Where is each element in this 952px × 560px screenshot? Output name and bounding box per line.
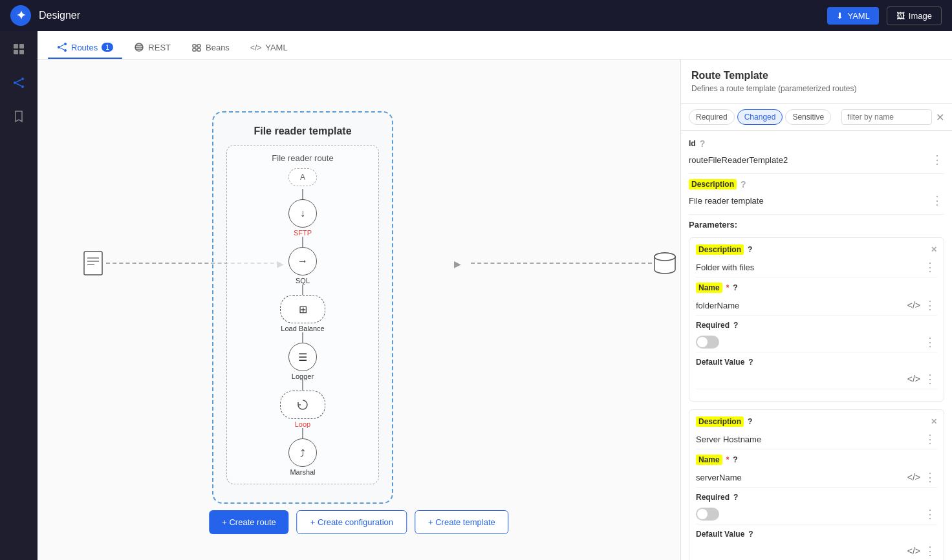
- logger-circle[interactable]: ☰: [288, 343, 317, 371]
- param1-default-code[interactable]: </>: [907, 374, 920, 384]
- filter-tab-required[interactable]: Required: [689, 109, 735, 125]
- tab-rest[interactable]: REST: [125, 37, 180, 59]
- param1-required-toggle[interactable]: [696, 336, 719, 349]
- param2-close-icon[interactable]: ✕: [931, 417, 937, 426]
- logger-node[interactable]: ☰ Logger: [235, 343, 371, 380]
- sftp-circle[interactable]: ↓: [288, 199, 317, 228]
- image-button[interactable]: 🖼 Image: [887, 6, 942, 25]
- source-doc-node[interactable]: [83, 250, 106, 278]
- param2-default-value: </> ⋮: [696, 541, 937, 560]
- loop-node[interactable]: Loop: [235, 391, 371, 428]
- param2-name-value: serverName </> ⋮: [696, 468, 937, 488]
- abstract-node[interactable]: A: [288, 168, 317, 186]
- param1-name-help[interactable]: ?: [733, 283, 737, 292]
- params-title: Parameters:: [689, 220, 944, 230]
- filter-clear-button[interactable]: ✕: [936, 111, 944, 124]
- connector-6: [302, 428, 303, 438]
- param2-required-menu[interactable]: ⋮: [923, 506, 937, 522]
- param1-code-icon[interactable]: </>: [907, 300, 920, 310]
- tab-beans[interactable]: Beans: [182, 37, 239, 59]
- top-bar: ✦ Designer ⬇ YAML 🖼 Image: [0, 0, 952, 31]
- left-sidebar: [0, 31, 38, 560]
- param2-desc-value: Server Hostname ⋮: [696, 429, 937, 449]
- svg-point-4: [14, 81, 16, 84]
- svg-point-9: [58, 46, 60, 48]
- param2-default-code[interactable]: </>: [907, 546, 920, 556]
- description-field-row: File reader template ⋮: [689, 192, 944, 215]
- param1-default-help[interactable]: ?: [748, 358, 753, 367]
- param2-desc-help[interactable]: ?: [748, 417, 752, 426]
- route-group: File reader route A ↓ SF: [226, 145, 379, 484]
- param1-desc-value: Folder with files ⋮: [696, 257, 937, 277]
- sftp-node[interactable]: ↓ SFTP: [235, 199, 371, 237]
- param2-required-toggle[interactable]: [696, 508, 719, 521]
- svg-point-11: [64, 49, 67, 52]
- param2-required-help[interactable]: ?: [733, 493, 738, 502]
- panel-title: Route Template: [691, 70, 942, 81]
- description-value: File reader template: [689, 195, 927, 207]
- tab-yaml[interactable]: </> YAML: [241, 38, 297, 59]
- sidebar-icon-routes[interactable]: [8, 72, 29, 93]
- create-configuration-button[interactable]: + Create configuration: [297, 510, 407, 534]
- param1-desc-menu[interactable]: ⋮: [923, 259, 937, 275]
- param1-required-menu[interactable]: ⋮: [923, 334, 937, 350]
- yaml-button[interactable]: ⬇ YAML: [827, 7, 878, 25]
- sidebar-icon-grid[interactable]: [8, 39, 29, 59]
- param1-name-menu[interactable]: ⋮: [923, 297, 937, 314]
- param2-desc-menu[interactable]: ⋮: [923, 431, 937, 447]
- tab-bar: Routes 1 REST Beans </> YAML: [38, 31, 952, 59]
- param1-default-menu[interactable]: ⋮: [923, 371, 937, 387]
- loop-circle[interactable]: [280, 391, 325, 419]
- description-menu-icon[interactable]: ⋮: [930, 192, 944, 209]
- svg-rect-16: [197, 45, 200, 47]
- svg-point-5: [21, 78, 24, 80]
- param2-name-highlight: Name: [696, 455, 722, 465]
- param2-required-value: ⋮: [696, 504, 937, 524]
- filter-tab-sensitive[interactable]: Sensitive: [785, 109, 831, 125]
- canvas-panel-split: ▶ ▶ File reader template: [38, 59, 952, 560]
- template-title: File reader template: [226, 125, 379, 137]
- param2-required-text: Required: [696, 493, 730, 502]
- param1-required-star: *: [726, 283, 730, 292]
- dashed-line-right: [471, 263, 652, 264]
- param2-required-label: Required ?: [696, 493, 937, 502]
- description-help-icon[interactable]: ?: [741, 179, 746, 189]
- id-menu-icon[interactable]: ⋮: [930, 151, 944, 168]
- canvas-area[interactable]: ▶ ▶ File reader template: [38, 59, 680, 560]
- id-value: routeFileReaderTemplate2: [689, 154, 927, 166]
- param2-default-menu[interactable]: ⋮: [923, 543, 937, 559]
- marshal-node[interactable]: ⤴ Marshal: [235, 438, 371, 476]
- param1-required-help[interactable]: ?: [733, 321, 738, 330]
- marshal-circle[interactable]: ⤴: [288, 438, 317, 467]
- svg-rect-14: [193, 45, 196, 47]
- filter-tab-changed[interactable]: Changed: [737, 109, 783, 125]
- tab-routes[interactable]: Routes 1: [48, 37, 122, 59]
- create-route-button[interactable]: + Create route: [209, 510, 288, 534]
- param1-close-icon[interactable]: ✕: [931, 245, 937, 254]
- svg-rect-2: [14, 50, 18, 54]
- create-template-button[interactable]: + Create template: [415, 510, 509, 534]
- param-card-2: Description ? ✕ Server Hostname ⋮: [689, 409, 944, 560]
- loadbalance-node[interactable]: ⊞ Load Balance: [235, 295, 371, 332]
- sidebar-icon-bookmark[interactable]: [8, 106, 29, 127]
- rest-icon: [134, 42, 144, 52]
- loadbalance-circle[interactable]: ⊞: [280, 295, 325, 323]
- param2-name-help[interactable]: ?: [733, 455, 737, 464]
- param1-name-label: Name * ?: [696, 283, 937, 293]
- download-icon: ⬇: [836, 11, 843, 21]
- param2-default-help[interactable]: ?: [748, 530, 753, 539]
- param2-name-label: Name * ?: [696, 455, 937, 465]
- param2-name-menu[interactable]: ⋮: [923, 469, 937, 486]
- right-panel: Route Template Defines a route template …: [680, 59, 952, 560]
- flow-container: File reader template File reader route A: [212, 111, 393, 504]
- target-db-node[interactable]: [652, 250, 678, 278]
- sql-node[interactable]: → SQL: [235, 247, 371, 285]
- param1-required-text: Required: [696, 321, 730, 330]
- filter-input[interactable]: [841, 109, 932, 125]
- param2-code-icon[interactable]: </>: [907, 472, 920, 482]
- template-box: File reader template File reader route A: [212, 111, 393, 504]
- sql-circle[interactable]: →: [288, 247, 317, 275]
- id-help-icon[interactable]: ?: [700, 138, 706, 149]
- route-label: File reader route: [235, 153, 371, 163]
- param1-desc-help[interactable]: ?: [748, 245, 752, 254]
